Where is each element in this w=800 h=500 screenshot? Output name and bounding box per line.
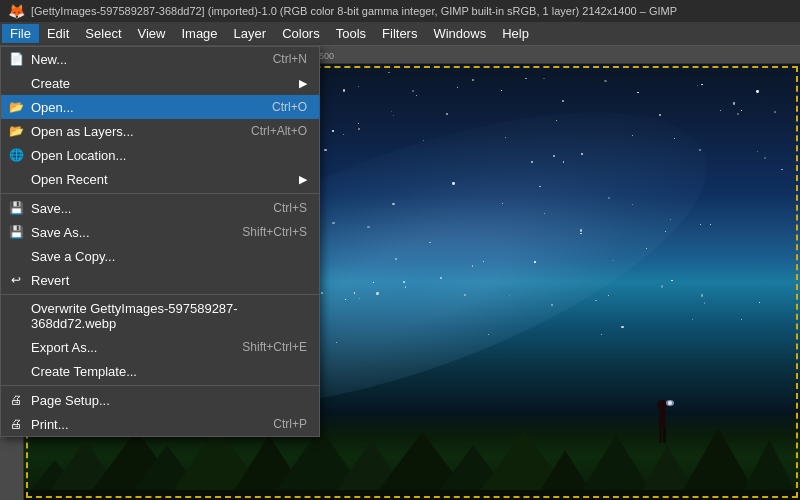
- dropdown-item-export-as[interactable]: Export As...Shift+Ctrl+E: [1, 335, 319, 359]
- star: [534, 261, 535, 262]
- dropdown-item-create[interactable]: Create▶: [1, 71, 319, 95]
- star: [376, 292, 378, 294]
- star: [429, 242, 431, 244]
- star: [367, 226, 369, 228]
- star: [392, 203, 394, 205]
- star: [405, 286, 406, 287]
- star: [665, 231, 666, 232]
- dropdown-item-print[interactable]: 🖨Print...Ctrl+P: [1, 412, 319, 436]
- main-area: 📄New...Ctrl+NCreate▶📂Open...Ctrl+O📂Open …: [0, 46, 800, 500]
- star: [502, 203, 503, 204]
- star: [595, 300, 597, 302]
- page-setup-label: Page Setup...: [31, 393, 307, 408]
- star: [613, 260, 614, 261]
- star: [737, 113, 739, 115]
- dropdown-item-open-recent[interactable]: Open Recent▶: [1, 167, 319, 191]
- star: [343, 134, 344, 135]
- star: [604, 80, 606, 82]
- dropdown-separator: [1, 294, 319, 295]
- star: [358, 128, 360, 130]
- menu-item-view[interactable]: View: [130, 24, 174, 43]
- star: [701, 294, 703, 296]
- star: [446, 113, 448, 115]
- print-label: Print...: [31, 417, 253, 432]
- title-bar: 🦊 [GettyImages-597589287-368dd72] (impor…: [0, 0, 800, 22]
- menu-item-filters[interactable]: Filters: [374, 24, 425, 43]
- star: [345, 299, 346, 300]
- star: [488, 334, 489, 335]
- star: [699, 149, 701, 151]
- dropdown-item-new[interactable]: 📄New...Ctrl+N: [1, 47, 319, 71]
- star: [581, 153, 583, 155]
- save-as-label: Save As...: [31, 225, 222, 240]
- revert-label: Revert: [31, 273, 307, 288]
- open-recent-arrow: ▶: [299, 173, 307, 186]
- export-as-label: Export As...: [31, 340, 222, 355]
- revert-icon: ↩: [7, 273, 25, 287]
- star: [692, 319, 693, 320]
- open-layers-shortcut: Ctrl+Alt+O: [251, 124, 307, 138]
- dropdown-item-page-setup[interactable]: 🖨Page Setup...: [1, 388, 319, 412]
- star: [632, 204, 633, 205]
- star: [440, 277, 442, 279]
- star: [373, 282, 374, 283]
- star: [403, 281, 404, 282]
- svg-point-17: [657, 400, 667, 410]
- svg-rect-20: [663, 427, 666, 443]
- star: [553, 155, 554, 156]
- dropdown-item-save-copy[interactable]: Save a Copy...: [1, 244, 319, 268]
- overwrite-label: Overwrite GettyImages-597589287-368dd72.…: [31, 301, 307, 331]
- menu-item-image[interactable]: Image: [173, 24, 225, 43]
- dropdown-item-open-layers[interactable]: 📂Open as Layers...Ctrl+Alt+O: [1, 119, 319, 143]
- star: [531, 161, 533, 163]
- menu-item-layer[interactable]: Layer: [226, 24, 275, 43]
- star: [539, 186, 540, 187]
- open-recent-label: Open Recent: [31, 172, 291, 187]
- star: [659, 114, 661, 116]
- star: [332, 222, 334, 224]
- save-as-icon: 💾: [7, 225, 25, 239]
- star: [757, 151, 758, 152]
- menu-item-tools[interactable]: Tools: [328, 24, 374, 43]
- save-icon: 💾: [7, 201, 25, 215]
- new-shortcut: Ctrl+N: [273, 52, 307, 66]
- print-shortcut: Ctrl+P: [273, 417, 307, 431]
- menu-item-select[interactable]: Select: [77, 24, 129, 43]
- star: [562, 100, 564, 102]
- star: [608, 295, 609, 296]
- open-location-icon: 🌐: [7, 148, 25, 162]
- star: [388, 72, 389, 73]
- star: [464, 294, 465, 295]
- dropdown-item-overwrite[interactable]: Overwrite GettyImages-597589287-368dd72.…: [1, 297, 319, 335]
- star: [395, 258, 397, 260]
- create-template-label: Create Template...: [31, 364, 307, 379]
- star: [359, 298, 360, 299]
- star: [423, 140, 424, 141]
- dropdown-item-save[interactable]: 💾Save...Ctrl+S: [1, 196, 319, 220]
- dropdown-item-open-location[interactable]: 🌐Open Location...: [1, 143, 319, 167]
- dropdown-item-revert[interactable]: ↩Revert: [1, 268, 319, 292]
- star: [661, 285, 663, 287]
- star: [720, 110, 721, 111]
- star: [509, 295, 510, 296]
- menu-item-colors[interactable]: Colors: [274, 24, 328, 43]
- star: [756, 90, 758, 92]
- star: [671, 280, 673, 282]
- menu-item-help[interactable]: Help: [494, 24, 537, 43]
- star: [416, 95, 417, 96]
- star: [472, 79, 474, 81]
- svg-rect-19: [659, 427, 662, 443]
- title-text: [GettyImages-597589287-368dd72] (importe…: [31, 5, 677, 17]
- dropdown-item-save-as[interactable]: 💾Save As...Shift+Ctrl+S: [1, 220, 319, 244]
- svg-point-23: [668, 401, 672, 405]
- star: [764, 157, 766, 159]
- star: [701, 84, 703, 86]
- menu-item-edit[interactable]: Edit: [39, 24, 77, 43]
- dropdown-item-create-template[interactable]: Create Template...: [1, 359, 319, 383]
- star: [551, 304, 552, 305]
- menu-item-windows[interactable]: Windows: [425, 24, 494, 43]
- menu-item-file[interactable]: File: [2, 24, 39, 43]
- dropdown-item-open[interactable]: 📂Open...Ctrl+O: [1, 95, 319, 119]
- star: [556, 120, 557, 121]
- star: [321, 292, 323, 294]
